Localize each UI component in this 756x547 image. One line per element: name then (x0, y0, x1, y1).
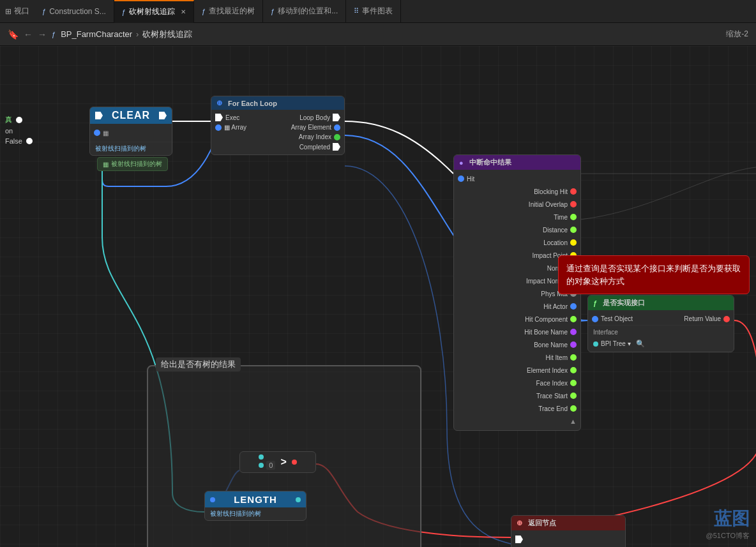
break-hit-pin (458, 176, 464, 182)
return-body: Is Any Tree ▦ 扫描到的树 (511, 530, 625, 547)
foreach-arrayelement-label: Array Element (291, 124, 331, 131)
gt-in1-pin (259, 454, 264, 460)
tab-construction[interactable]: ƒ Construction S... (34, 0, 114, 23)
break-time-pin (570, 214, 577, 220)
back-button[interactable]: ← (24, 29, 33, 40)
clear-node-title: CLEAR (90, 107, 172, 124)
tab-construction-label: Construction S... (49, 7, 106, 16)
foreach-arrayindex-pin (334, 134, 340, 140)
break-title: ● 中断命中结果 (454, 155, 580, 170)
true-pin (16, 117, 22, 123)
tab-findtree[interactable]: ƒ 查找最近的树 (194, 0, 263, 23)
break-tracestart-label: Trace Start (536, 393, 568, 400)
interface-title: ƒ 是否实现接口 (588, 296, 734, 310)
bool-pin-true: 真 on False (5, 115, 33, 145)
interface-testobj-pin (592, 316, 598, 322)
func-icon-2: ƒ (122, 8, 126, 16)
breadcrumb-root[interactable]: BP_FarmCharacter (61, 29, 132, 39)
false-label: False (5, 137, 22, 145)
foreach-completed-pin (333, 143, 340, 151)
tab-bar: ⊞ 视口 ƒ Construction S... ƒ 砍树射线追踪 ✕ ƒ 查找… (0, 0, 756, 23)
clear-bottom-label: 被射线扫描到的树 (90, 142, 172, 155)
tab-bar-left: ⊞ 视口 (5, 6, 29, 17)
interface-returnval-label: Return Value (684, 315, 721, 322)
watermark: 蓝图 @51CTO博客 (706, 507, 750, 541)
return-exec-pin (515, 536, 523, 543)
foreach-completed-row: Completed (211, 142, 344, 152)
break-hititem-row: Hit Item (454, 351, 580, 364)
break-hitactor-label: Hit Actor (543, 303, 568, 310)
break-body: Hit Blocking Hit Initial Overlap Time Di… (454, 170, 580, 430)
gt-operator-label: > (280, 456, 286, 468)
break-faceindex-label: Face Index (536, 380, 568, 387)
tab-raycast[interactable]: ƒ 砍树射线追踪 ✕ (114, 0, 194, 23)
gt-in2-pin (259, 463, 264, 468)
interface-node[interactable]: ƒ 是否实现接口 Test Object Return Value Interf… (587, 295, 734, 352)
return-exec-row (511, 533, 625, 546)
foreach-index-row: Array Index (211, 132, 344, 142)
grid-icon: ⊞ (5, 7, 11, 16)
clear-node[interactable]: CLEAR ▦ 被射线扫描到的树 (89, 107, 172, 156)
interface-bpi-value[interactable]: BPI Tree ▾ (601, 340, 631, 347)
interface-bpi-row: BPI Tree ▾ 🔍 (588, 338, 734, 349)
foreach-exec-in (215, 114, 223, 121)
break-traceend-label: Trace End (538, 405, 568, 412)
break-hitbone-label: Hit Bone Name (524, 329, 568, 336)
interface-search-btn[interactable]: 🔍 (636, 340, 645, 348)
break-hitcomp-row: Hit Component (454, 313, 580, 326)
break-overlap-row: Initial Overlap (454, 198, 580, 211)
break-hititem-pin (570, 354, 577, 361)
interface-func-icon: ƒ (593, 299, 597, 307)
foreach-completed-label: Completed (299, 144, 330, 151)
length-label: LENGTH (218, 494, 292, 505)
foreach-node[interactable]: ⊕ For Each Loop Exec Loop Body ▦ Array (211, 96, 345, 155)
tab-raycast-label: 砍树射线追踪 (129, 6, 175, 17)
foreach-exec-in-label: Exec (225, 114, 239, 121)
forward-button[interactable]: → (38, 29, 47, 40)
clear-label: CLEAR (106, 110, 156, 121)
close-tab-button[interactable]: ✕ (181, 8, 186, 15)
breadcrumb-bar: 🔖 ← → ƒ BP_FarmCharacter › 砍树射线追踪 缩放-2 (0, 23, 756, 46)
gt-out-pin (292, 460, 297, 465)
annotation-text: 通过查询是否实现某个接口来判断是否为要获取的对象这种方式 (566, 264, 741, 286)
break-hitactor-pin (570, 303, 577, 310)
group-title: 给出是否有树的结果 (156, 357, 241, 371)
break-bonename-pin (570, 341, 577, 348)
break-hitactor-row: Hit Actor (454, 300, 580, 313)
break-expand-row[interactable]: ▲ (454, 415, 580, 428)
foreach-icon: ⊕ (216, 99, 222, 107)
length-array-in-pin (210, 497, 215, 502)
break-distance-label: Distance (543, 227, 568, 234)
length-title: LENGTH (205, 491, 306, 507)
break-blocking-pin (570, 188, 577, 195)
gt-node[interactable]: 0 > (239, 451, 316, 473)
break-hit-label: Hit (467, 176, 474, 183)
break-location-row: Location (454, 236, 580, 249)
return-icon: ⊕ (517, 519, 522, 527)
break-hititem-label: Hit Item (546, 354, 568, 361)
canvas[interactable]: 真 on False CLEAR ▦ 被射线扫描到的树 ⊕ (0, 46, 756, 547)
annotation-box: 通过查询是否实现某个接口来判断是否为要获取的对象这种方式 (558, 255, 750, 294)
break-elemindex-label: Element Index (527, 367, 568, 374)
break-traceend-pin (570, 405, 577, 412)
clear-exec-out-pin (159, 112, 167, 119)
length-int-out-pin (296, 497, 301, 502)
breadcrumb-arrow: › (136, 29, 139, 39)
tab-movelocation[interactable]: ƒ 移动到的位置和... (263, 0, 346, 23)
interface-body: Test Object Return Value Interface BPI T… (588, 310, 734, 352)
return-node[interactable]: ⊕ 返回节点 Is Any Tree ▦ 扫描到的树 (511, 515, 626, 547)
tab-eventgraph[interactable]: ⠿ 事件图表 (346, 0, 401, 23)
break-tracestart-row: Trace Start (454, 389, 580, 402)
break-distance-pin (570, 227, 577, 233)
break-blocking-row: Blocking Hit (454, 185, 580, 198)
interface-bpi-pin (593, 341, 598, 347)
foreach-body: Exec Loop Body ▦ Array Array Element (211, 110, 344, 154)
break-hitcomp-pin (570, 316, 577, 322)
break-bonename-label: Bone Name (534, 341, 568, 348)
length-node[interactable]: LENGTH 被射线扫描到的树 (204, 491, 306, 521)
foreach-array-row: ▦ Array Array Element (211, 123, 344, 132)
gt-val-label: 0 (266, 461, 275, 470)
clear-array-pin (94, 130, 100, 136)
watermark-site: @51CTO博客 (706, 531, 750, 541)
return-title: ⊕ 返回节点 (511, 516, 625, 530)
